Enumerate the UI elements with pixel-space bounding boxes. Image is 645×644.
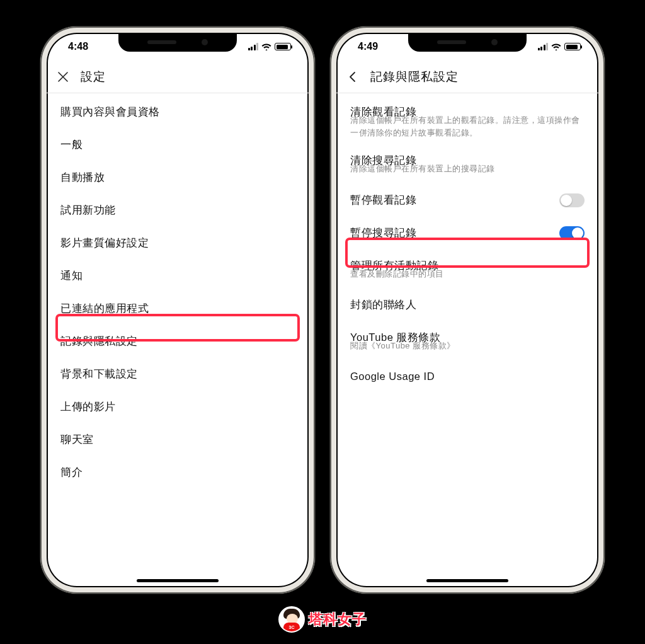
home-indicator — [426, 579, 508, 582]
notch — [408, 33, 527, 52]
menu-item-tryfeatures[interactable]: 試用新功能 — [47, 194, 309, 227]
back-icon[interactable] — [345, 69, 360, 84]
watermark-avatar: 3C — [278, 606, 305, 633]
nav-title: 設定 — [81, 69, 106, 85]
menu-item-connectedapps[interactable]: 已連結的應用程式 — [47, 292, 309, 325]
home-indicator — [137, 579, 219, 582]
battery-icon — [275, 43, 291, 50]
wifi-icon — [551, 43, 561, 50]
status-time: 4:48 — [68, 41, 88, 52]
menu-item-notifications[interactable]: 通知 — [47, 260, 309, 292]
cellular-icon — [248, 43, 259, 50]
menu-item-purchases[interactable]: 購買內容與會員資格 — [47, 96, 309, 129]
wifi-icon — [261, 43, 271, 50]
menu-item-autoplay[interactable]: 自動播放 — [47, 161, 309, 194]
menu-item-history-privacy[interactable]: 記錄與隱私設定 — [47, 325, 309, 358]
battery-icon — [564, 43, 581, 50]
menu-item-background-download[interactable]: 背景和下載設定 — [47, 358, 309, 391]
close-icon[interactable] — [55, 69, 71, 84]
menu-item-manage-activity-sub: 查看及刪除記錄中的項目 — [336, 268, 598, 289]
toggle-pause-watch[interactable] — [559, 193, 585, 207]
menu-item-clear-search-history-sub: 清除這個帳戶在所有裝置上的搜尋記錄 — [336, 163, 598, 184]
menu-item-videoquality[interactable]: 影片畫質偏好設定 — [47, 227, 309, 260]
menu-item-general[interactable]: 一般 — [47, 129, 309, 161]
nav-bar: 記錄與隱私設定 — [336, 60, 598, 93]
menu-item-pause-search-history[interactable]: 暫停搜尋記錄 — [336, 217, 598, 250]
phone-left: 4:48 設定 購買內容與會員資格 一般 自動播放 試用新功能 影片畫質偏好設定 — [40, 26, 315, 594]
phone-right: 4:49 記錄與隱私設定 清除觀看記錄 清除這個帳戶在所有裝置上的觀看記錄。請注… — [330, 26, 605, 594]
status-time: 4:49 — [358, 41, 378, 52]
nav-bar: 設定 — [47, 60, 309, 93]
settings-list: 購買內容與會員資格 一般 自動播放 試用新功能 影片畫質偏好設定 通知 已連結的… — [47, 93, 309, 492]
menu-item-uploads[interactable]: 上傳的影片 — [47, 391, 309, 423]
menu-item-youtube-tos-sub: 閱讀《YouTube 服務條款》 — [336, 340, 598, 361]
watermark: 3C 塔科女子 — [278, 606, 367, 633]
toggle-pause-search[interactable] — [559, 226, 585, 240]
menu-item-pause-watch-history[interactable]: 暫停觀看記錄 — [336, 184, 598, 217]
status-icons — [538, 43, 581, 50]
menu-item-about[interactable]: 簡介 — [47, 456, 309, 489]
status-icons — [248, 43, 292, 50]
nav-title: 記錄與隱私設定 — [370, 69, 459, 85]
notch — [118, 33, 237, 52]
menu-item-google-usage-id[interactable]: Google Usage ID — [336, 361, 598, 392]
menu-item-blocked-contacts[interactable]: 封鎖的聯絡人 — [336, 289, 598, 321]
privacy-list: 清除觀看記錄 清除這個帳戶在所有裝置上的觀看記錄。請注意，這項操作會一併清除你的… — [336, 93, 598, 394]
menu-item-clear-watch-history-sub: 清除這個帳戶在所有裝置上的觀看記錄。請注意，這項操作會一併清除你的短片故事觀看記… — [336, 114, 598, 147]
menu-item-livechat[interactable]: 聊天室 — [47, 423, 309, 456]
watermark-text: 塔科女子 — [309, 610, 367, 629]
cellular-icon — [538, 43, 549, 50]
